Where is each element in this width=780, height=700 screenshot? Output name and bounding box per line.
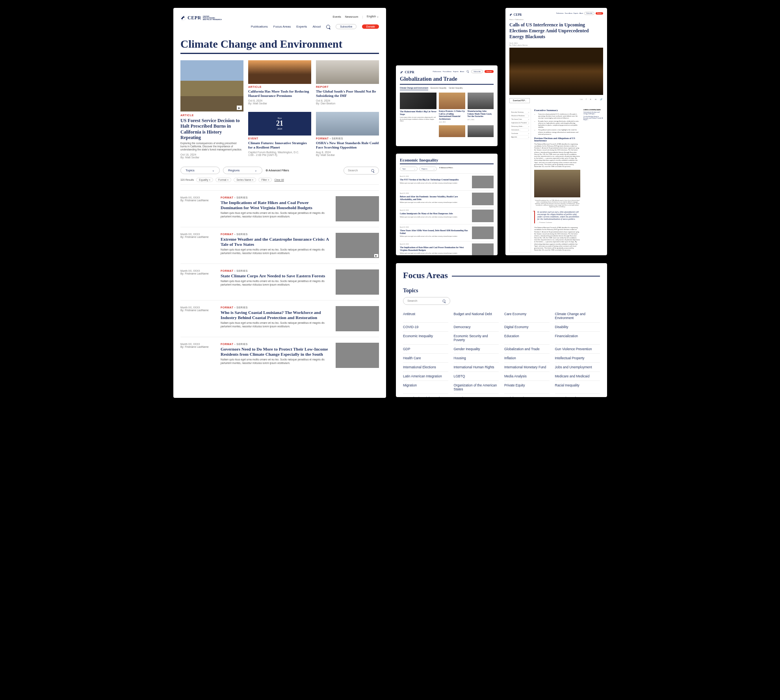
topic-link[interactable]: Inflation	[504, 354, 550, 363]
download-link[interactable]: Cut the blackout threat in Ecuador and P…	[583, 116, 603, 121]
feat-card-4-event[interactable]: Nov 21 2024 EVENT Climate Futures: Innov…	[248, 112, 311, 159]
list-row[interactable]: Month XX, XXXXBy: Firstname LastName FOR…	[180, 227, 379, 264]
side-story[interactable]: Manufacturing Jobs: Unions Made Them Goo…	[468, 93, 494, 123]
logo-icon	[180, 15, 186, 21]
topic-link[interactable]: Education	[504, 332, 550, 345]
list-row[interactable]: Month XX, XXXXBefore and After the Pande…	[400, 190, 494, 207]
toc-item[interactable]: Executive Summary+	[511, 111, 529, 114]
toc-item[interactable]: International…+	[511, 128, 529, 132]
topic-link[interactable]: Reproductive Rights and Family	[403, 394, 448, 397]
list-row[interactable]: Month XX, XXXXThree Years After SDRs Wer…	[400, 224, 494, 241]
toc-item[interactable]: Democracy Under…+	[511, 125, 529, 128]
topic-link[interactable]: International Elections	[403, 363, 448, 372]
topic-link[interactable]: Gender Inequality	[454, 345, 499, 354]
topic-link[interactable]: Migration	[403, 381, 448, 394]
topic-link[interactable]: GDP	[403, 345, 448, 354]
list-row[interactable]: Month XX, XXXXBy: Firstname LastName FOR…	[180, 337, 379, 373]
search-icon	[371, 169, 374, 172]
globalization-page: CEPR Publications Focus Areas Experts Ab…	[396, 65, 498, 146]
donate-button[interactable]: Donate	[362, 24, 379, 29]
lang-dropdown[interactable]: English ⌄	[367, 15, 379, 18]
filter-chip[interactable]: Series Name ×	[234, 178, 256, 182]
regions-dropdown[interactable]: Regions⌄	[223, 167, 262, 174]
list-row[interactable]: Month XX, XXXXThe Implications of Rate H…	[400, 241, 494, 255]
topic-link[interactable]: Jobs and Unemployment	[555, 363, 600, 372]
topic-link[interactable]: Gun Violence Prevention	[555, 345, 600, 354]
filter-chip[interactable]: Filter ×	[258, 178, 272, 182]
lead-story[interactable]: The Mainstream Media's Big Lie Never Sto…	[400, 93, 436, 123]
dropdown[interactable]: Topic⌄	[400, 167, 418, 171]
advanced-filters[interactable]: ⚙ Advanced Filters	[266, 169, 289, 172]
topic-link[interactable]: Antitrust	[403, 310, 448, 323]
logo[interactable]: CEPR CENTER FOR ECONOMIC AND POLICY RESE…	[180, 15, 222, 21]
topic-link[interactable]: Care Economy	[504, 310, 550, 323]
nav-publications[interactable]: Publications	[251, 25, 268, 28]
topic-link[interactable]: Digital Economy	[504, 323, 550, 332]
article-title: Calls of US Interference in Upcoming Ele…	[509, 22, 603, 40]
topic-link[interactable]: Medicare and Medicaid	[555, 372, 600, 381]
topic-link[interactable]: Budget and National Debt	[454, 310, 499, 323]
nav-about[interactable]: About	[312, 25, 321, 28]
subscribe-button[interactable]: Subscribe	[336, 24, 357, 29]
topic-link[interactable]: Health Care	[403, 354, 448, 363]
topic-link[interactable]: Disability	[555, 323, 600, 332]
feat-card-5[interactable]: FORMAT • SERIES OSHA's New Heat Standard…	[316, 112, 379, 159]
feat-card-2[interactable]: ARTICLE California Has More Tools for Re…	[248, 60, 311, 107]
list-row[interactable]: Month XX, XXXXBy: Firstname LastName FOR…	[180, 300, 379, 337]
topic-link[interactable]: Private Equity	[504, 381, 550, 394]
filter-chip[interactable]: Equality ×	[196, 178, 213, 182]
topic-link[interactable]: Financialization	[555, 332, 600, 345]
topic-link[interactable]: Latin American Integration	[403, 372, 448, 381]
list-row[interactable]: Month XX, XXXXBy: Firstname LastName FOR…	[180, 190, 379, 227]
pull-quote: In societies such as ours, [this amendme…	[534, 211, 580, 223]
nav-newsroom[interactable]: Newsroom	[345, 15, 358, 18]
filter-chip[interactable]: Format ×	[215, 178, 231, 182]
download-link[interactable]: International elections and energy chall…	[583, 111, 603, 115]
search-input[interactable]: Search	[344, 167, 379, 175]
topic-link[interactable]: Economic Inequality	[403, 332, 448, 345]
lead-card[interactable]: ARTICLE US Forest Service Decision to Ha…	[180, 60, 243, 159]
topic-link[interactable]: Climate Change and Environment	[555, 310, 600, 323]
search-icon[interactable]	[326, 25, 330, 29]
dropdown[interactable]: Regions⌄	[419, 167, 437, 171]
tab[interactable]: Economic Inequality	[431, 87, 446, 90]
topic-link[interactable]: Racial Inequality	[555, 381, 600, 394]
list-row[interactable]: Month XX, XXXXLatino Immigrants Do Many …	[400, 207, 494, 224]
nav-events[interactable]: Events	[332, 15, 341, 18]
clear-all[interactable]: Clear All	[274, 178, 284, 181]
topic-link[interactable]: Sovereign Debt	[555, 394, 600, 397]
topic-link[interactable]: Organization of the American States	[454, 381, 499, 394]
topic-link[interactable]: International Monetary Fund	[504, 363, 550, 372]
toc-item[interactable]: Appendix+	[511, 136, 529, 139]
advanced-filters[interactable]: ⚙ Advanced Filters	[439, 167, 453, 171]
topic-link[interactable]: Globalization and Trade	[504, 345, 550, 354]
share-icons[interactable]: in f ✕ ✉ 🔗	[580, 98, 603, 100]
toc-item[interactable]: Implications for President+	[511, 121, 529, 125]
topic-link[interactable]: Economic Security and Poverty	[454, 332, 499, 345]
topic-link[interactable]: Intellectual Property	[555, 354, 600, 363]
list-row[interactable]: Month XX, XXXXThe NYT Version of the Big…	[400, 173, 494, 190]
nav-experts[interactable]: Experts	[296, 25, 307, 28]
list-row[interactable]: Month XX, XXXXBy: Firstname LastName FOR…	[180, 264, 379, 300]
download-pdf-button[interactable]: Download PDF ↓	[509, 98, 530, 103]
topic-link[interactable]: Social Security	[504, 394, 550, 397]
breadcrumb[interactable]: Home › Publications	[509, 19, 603, 20]
topic-search[interactable]: Search	[403, 297, 450, 305]
topic-link[interactable]: COVID-19	[403, 323, 448, 332]
nav-focus-areas[interactable]: Focus Areas	[273, 25, 291, 28]
toc-item[interactable]: The Issues Crisis+	[511, 118, 529, 121]
tab[interactable]: Gender Inequality	[449, 87, 463, 90]
section-head: Executive Summary	[534, 109, 580, 112]
toc-item[interactable]: Situation of Honduras+	[511, 114, 529, 118]
topic-link[interactable]: LGBTQ	[454, 372, 499, 381]
topic-link[interactable]: Housing	[454, 354, 499, 363]
feat-card-3[interactable]: REPORT The Global South's Poor Should No…	[316, 60, 379, 107]
tab[interactable]: Climate Change and Environment	[400, 87, 428, 90]
side-story[interactable]: Kenya Protests: A Wake-Up Call to a Fail…	[439, 93, 465, 123]
topic-link[interactable]: International Human Rights	[454, 363, 499, 372]
toc-item[interactable]: Conclusion+	[511, 132, 529, 136]
topic-link[interactable]: Sanctions	[454, 394, 499, 397]
topic-link[interactable]: Media Analysis	[504, 372, 550, 381]
topic-link[interactable]: Democracy	[454, 323, 499, 332]
topics-dropdown[interactable]: Topics⌄	[180, 167, 220, 174]
